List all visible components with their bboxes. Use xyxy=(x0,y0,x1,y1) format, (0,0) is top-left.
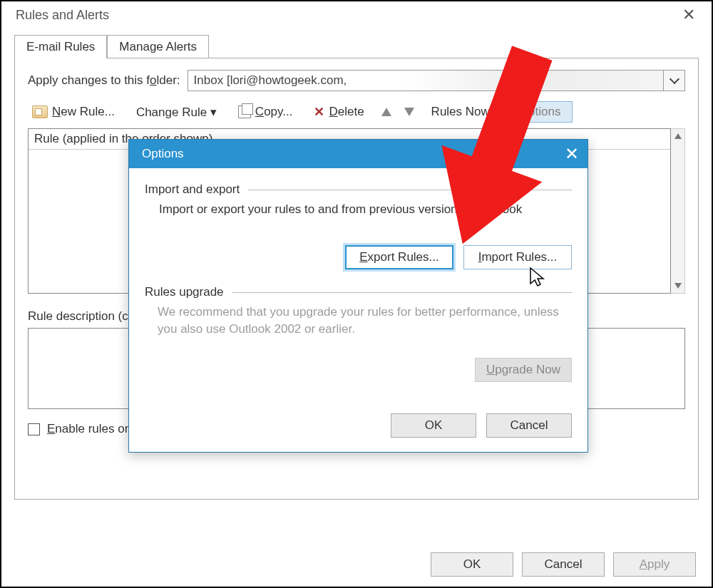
import-rules-button[interactable]: Import Rules... xyxy=(463,245,572,269)
rules-upgrade-desc: We recommend that you upgrade your rules… xyxy=(158,304,572,338)
chevron-down-icon[interactable] xyxy=(663,71,684,91)
options-close-icon[interactable]: ✕ xyxy=(565,144,579,164)
new-rule-icon xyxy=(32,105,48,118)
cursor-icon xyxy=(529,267,548,288)
divider xyxy=(248,190,572,190)
copy-icon xyxy=(238,105,251,118)
import-export-section-label: Import and export xyxy=(145,182,240,197)
scroll-up-icon[interactable] xyxy=(671,129,684,143)
enable-rss-checkbox[interactable] xyxy=(28,423,40,435)
options-dialog: Options ✕ Import and export Import or ex… xyxy=(128,139,588,453)
new-rule-button[interactable]: New Rule... xyxy=(28,103,119,120)
tab-manage-alerts[interactable]: Manage Alerts xyxy=(107,35,209,58)
folder-dropdown[interactable]: Inbox [lori@howtogeek.com, xyxy=(188,70,685,91)
copy-button[interactable]: Copy... xyxy=(234,103,297,120)
parent-ok-button[interactable]: OK xyxy=(431,552,513,577)
rule-list-scrollbar[interactable] xyxy=(671,128,685,294)
delete-button[interactable]: ✕ Delete xyxy=(309,103,368,121)
run-rules-now-button[interactable]: Rules Now xyxy=(427,103,494,120)
move-up-icon[interactable] xyxy=(381,108,391,116)
tab-email-rules[interactable]: E-mail Rules xyxy=(14,35,107,58)
parent-apply-button[interactable]: Apply xyxy=(613,552,696,577)
change-rule-button[interactable]: Change Rule ▾ xyxy=(132,103,221,121)
divider xyxy=(232,292,572,293)
delete-icon: ✕ xyxy=(314,104,324,120)
upgrade-now-button: Upgrade Now xyxy=(475,358,572,382)
options-dialog-title: Options xyxy=(142,147,184,161)
folder-dropdown-value: Inbox [lori@howtogeek.com, xyxy=(188,71,663,91)
import-export-desc: Import or export your rules to and from … xyxy=(159,202,572,217)
rules-upgrade-section-label: Rules upgrade xyxy=(145,285,224,299)
options-button[interactable]: Options xyxy=(507,101,573,123)
dialog-title: Rules and Alerts xyxy=(16,8,109,23)
parent-cancel-button[interactable]: Cancel xyxy=(522,552,605,577)
options-ok-button[interactable]: OK xyxy=(391,413,476,438)
apply-folder-label: Apply changes to this folder: xyxy=(28,73,180,88)
move-down-icon[interactable] xyxy=(404,108,414,116)
export-rules-button[interactable]: Export Rules... xyxy=(345,245,453,269)
options-cancel-button[interactable]: Cancel xyxy=(486,413,572,438)
svg-marker-0 xyxy=(530,268,543,286)
scroll-down-icon[interactable] xyxy=(671,279,684,293)
close-icon[interactable]: ✕ xyxy=(676,6,702,24)
